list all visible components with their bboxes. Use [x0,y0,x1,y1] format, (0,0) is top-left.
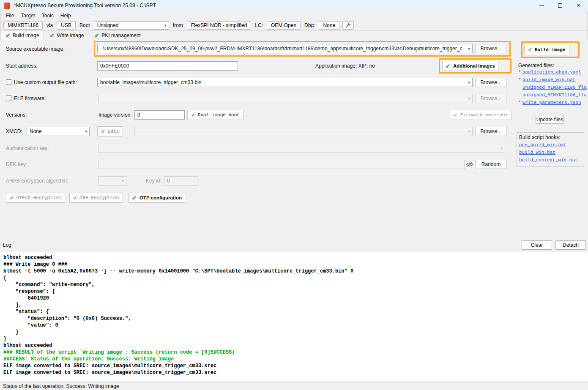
chevron-down-icon[interactable]: ▾ [468,47,470,51]
log-line: "value": 0 [3,322,585,329]
additional-images-button[interactable]: ✔ Additional images [442,61,498,71]
source-image-combobox[interactable]: ▾ [97,44,473,53]
update-files-button[interactable]: Update files [536,115,564,124]
build-hook-link[interactable]: pre_build_win.bat [519,142,582,147]
via-label: via [46,22,53,28]
eye-off-icon[interactable] [465,161,474,168]
boot-type-combobox[interactable]: Unsigned ▾ [94,21,169,30]
chevron-down-icon[interactable]: ▾ [468,81,470,85]
generated-file-item: unsigned_MIMXRT1186_fla [518,85,587,90]
build-script-hooks-title: Build script hooks: [519,134,582,140]
custom-output-label: Use custom output file path: [14,78,77,87]
menu-item[interactable]: Target [17,12,38,19]
tab[interactable]: ✔ PKI management [90,31,145,40]
xmcd-input[interactable] [28,128,81,134]
ele-firmware-checkbox[interactable] [6,95,11,101]
processor-button[interactable]: MIMXRT1186 [3,21,43,30]
iee-encryption-button[interactable]: ✔ IEE encryption [69,193,123,203]
log-line: SUCCESS: Status of the operation: Succes… [3,356,585,363]
log-detach-button[interactable]: Detach [555,240,586,250]
log-line: blhost succeeded [3,254,585,261]
ele-firmware-input [100,95,464,101]
dek-random-button[interactable]: Random [476,160,506,169]
log-line: "description": "0 (0x0) Success.", [3,315,585,322]
custom-output-checkbox[interactable] [6,79,11,85]
log-line: blhost succeeded [3,342,585,349]
ahab-algorithm-combobox: ▾ [98,176,126,185]
tab[interactable]: ✔ Build image [1,31,44,40]
source-image-input[interactable] [98,46,464,52]
log-line: } [3,329,585,335]
source-browse-button[interactable]: Browse... [476,44,506,53]
app-window: *MCUXpresso Secure Provisioning Tool ver… [0,0,588,390]
check-icon: ✔ [454,112,457,118]
menu-item[interactable]: Help [57,12,74,19]
xmcd-combobox[interactable]: ▾ [27,127,90,136]
generated-file-link[interactable]: unsigned_MIMXRT1186_fla [522,85,587,90]
custom-output-combobox[interactable]: ▾ [97,78,473,87]
boot-type-value: Unsigned [97,22,119,28]
otp-configuration-button[interactable]: ✔ OTP configuration [129,193,185,203]
check-icon: ✔ [94,33,99,38]
xmcd-label: XMCD: [6,127,22,136]
menu-bar: FileTargetToolsHelp [0,11,588,20]
generated-file-link[interactable]: build_image_win.bat [522,77,575,82]
debugger-button[interactable]: None [319,21,339,30]
build-hook-link[interactable]: build_context_win.bat [519,158,582,163]
chevron-down-icon: ▾ [122,179,124,183]
dual-image-boot-button[interactable]: ✔ Dual image boot [187,110,244,120]
generated-file-item: * build_image_win.bat [518,77,587,82]
ele-firmware-combobox: ▾ [98,94,473,103]
xmcd-edit-button[interactable]: ✔ Edit [97,126,123,136]
menu-item[interactable]: Tools [38,12,57,19]
build-image-button[interactable]: ✔ Build image [524,44,569,55]
generated-files-title: Generated files: [518,61,554,70]
maximize-icon [558,3,562,8]
chevron-down-icon[interactable]: ▾ [85,130,87,134]
xmcd-file-combobox: ▾ [134,127,473,136]
key-id-input [164,176,197,185]
xmcd-file-input [136,128,464,134]
wrench-icon[interactable] [342,21,354,30]
otfad-encryption-button[interactable]: ✔ OTFAD encryption [6,193,65,203]
ahab-algorithm-input [100,178,118,184]
custom-output-browse-button[interactable]: Browse... [476,78,506,87]
connection-button[interactable]: USB [57,21,76,30]
chevron-down-icon: ▾ [468,130,470,134]
authentication-key-combobox: ▾ [98,144,505,153]
custom-output-input[interactable] [98,79,464,85]
ele-firmware-browse-button: Browse... [476,94,506,103]
log-line: ELF image converted to SREC: source_imag… [3,363,585,369]
generated-file-link[interactable]: write_parameters.json [522,100,581,105]
xmcd-browse-button[interactable]: Browse... [476,127,506,136]
chevron-down-icon: ▾ [164,24,167,27]
menu-item[interactable]: File [3,12,17,19]
build-image-tab-content: Source executable image: ▾ Browse... Sta… [0,40,588,239]
maximize-button[interactable] [551,0,569,11]
lifecycle-button[interactable]: OEM Open [267,21,301,30]
iee-encryption-label: IEE encryption [80,195,119,200]
tab[interactable]: ✔ Write image [45,31,89,40]
status-bar: Status of the last operation: Success: W… [0,382,588,390]
build-hook-link[interactable]: build_win.bat [519,150,582,155]
log-output[interactable]: blhost succeeded### Write image 0 ###blh… [0,251,588,382]
start-address-label: Start address: [6,61,38,71]
generated-file-link[interactable]: unsigned_MIMXRT1186_fla [522,93,587,98]
log-title: Log [3,242,11,248]
dek-key-input [98,160,465,169]
minimize-button[interactable] [532,0,551,11]
log-line: ### RESULT of the script `Writing image`… [3,349,585,356]
generated-file-link[interactable]: application_ahab.yaml [522,70,581,75]
log-clear-button[interactable]: Clear [522,240,552,250]
generated-file-item: unsigned_MIMXRT1186_fla [518,93,587,98]
close-button[interactable]: ✕ [569,0,588,11]
start-address-input[interactable] [97,61,238,71]
check-icon: ✔ [10,195,14,201]
authentication-key-label: Authentication key: [6,144,49,153]
additional-images-label: Additional images [453,63,495,68]
image-version-input[interactable] [134,110,185,120]
chevron-down-icon: ▾ [468,97,470,101]
log-line: 8401920 [3,295,585,302]
modified-marker: * [518,100,522,105]
boot-device-button[interactable]: FlexSPI NOR - simplified [187,21,252,30]
